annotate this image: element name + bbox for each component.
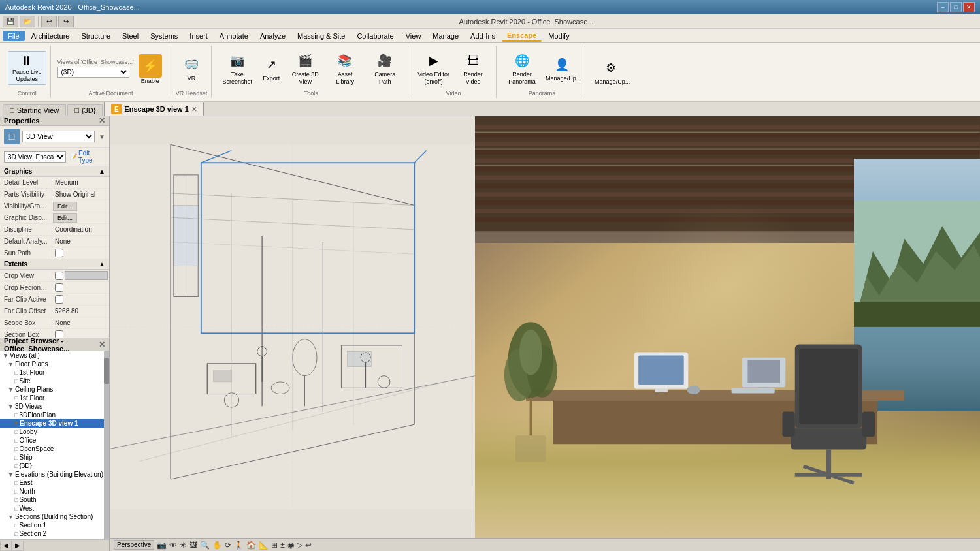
quick-undo-btn[interactable]: ↩ <box>41 16 57 27</box>
menu-annotate[interactable]: Annotate <box>214 31 253 41</box>
menu-collaborate[interactable]: Collaborate <box>351 31 399 41</box>
browser-sections[interactable]: ▼ Sections (Building Section) <box>0 512 104 521</box>
asset-library-button[interactable]: 📚 Asset Library <box>326 49 364 87</box>
restore-button[interactable]: □ <box>950 2 962 12</box>
browser-3d-views[interactable]: ▼ 3D Views <box>0 402 104 411</box>
perspective-label[interactable]: Perspective <box>114 540 154 550</box>
browser-scrollbar[interactable] <box>104 351 109 539</box>
manage-upload-button[interactable]: 👤 Manage/Up... <box>543 53 581 84</box>
far-clip-active-checkbox[interactable] <box>55 295 63 304</box>
enable-button[interactable]: ⚡ Enable <box>136 53 165 86</box>
browser-west[interactable]: □ West <box>0 504 104 512</box>
browser-3d-floorplan[interactable]: □ 3DFloorPlan <box>0 411 104 419</box>
extents-section-header[interactable]: Extents ▲ <box>0 259 109 270</box>
render-video-button[interactable]: 🎞 Render Video <box>454 49 492 87</box>
menu-structure[interactable]: Structure <box>76 31 116 41</box>
menu-manage[interactable]: Manage <box>427 31 464 41</box>
menu-systems[interactable]: Systems <box>145 31 183 41</box>
vp-section-icon[interactable]: ⊞ <box>271 541 278 550</box>
project-browser-close-btn[interactable]: ✕ <box>99 340 105 349</box>
browser-views-all[interactable]: ▼ Views (all) <box>0 351 104 360</box>
menu-massing[interactable]: Massing & Site <box>292 31 350 41</box>
browser-north[interactable]: □ North <box>0 487 104 496</box>
tab-3d[interactable]: □ {3D} <box>67 104 103 116</box>
vp-sun-icon[interactable]: ☀ <box>180 541 187 550</box>
browser-1st-floor-fp[interactable]: □ 1st Floor <box>0 368 104 377</box>
menu-insert[interactable]: Insert <box>184 31 213 41</box>
vp-pan-icon[interactable]: ✋ <box>212 541 222 550</box>
browser-prev-btn[interactable]: ◀ <box>0 541 12 551</box>
graphic-disp-edit-btn[interactable]: Edit... <box>53 213 77 223</box>
video-editor-label: Video Editor(on/off) <box>417 71 449 86</box>
crop-view-checkbox[interactable] <box>55 272 63 280</box>
menu-architecture[interactable]: Architecture <box>26 31 75 41</box>
browser-ceiling-plans[interactable]: ▼ Ceiling Plans <box>0 385 104 394</box>
browser-1st-floor-cp[interactable]: □ 1st Floor <box>0 394 104 402</box>
browser-east[interactable]: □ East <box>0 479 104 487</box>
browser-section1[interactable]: □ Section 1 <box>0 521 104 529</box>
close-button[interactable]: ✕ <box>963 2 975 12</box>
vp-rendering-icon[interactable]: 🖼 <box>189 541 197 550</box>
browser-south[interactable]: □ South <box>0 496 104 504</box>
browser-section2[interactable]: □ Section 2 <box>0 529 104 538</box>
viewport[interactable]: Perspective 📷 👁 ☀ 🖼 🔍 ✋ ⟳ 🚶 🏠 📐 ⊞ ± ◉ ▷ … <box>110 116 980 551</box>
browser-floor-plans[interactable]: ▼ Floor Plans <box>0 360 104 368</box>
browser-lobby[interactable]: □ Lobby <box>0 428 104 436</box>
properties-close-btn[interactable]: ✕ <box>99 116 105 125</box>
vp-levels-icon[interactable]: ± <box>280 541 285 550</box>
camera-path-button[interactable]: 🎥 Camera Path <box>366 49 404 87</box>
browser-openspace[interactable]: □ OpenSpace <box>0 445 104 453</box>
vp-zoom-icon[interactable]: 🔍 <box>200 541 210 550</box>
vp-back-icon[interactable]: ↩ <box>305 541 312 550</box>
vp-measure-icon[interactable]: 📐 <box>259 541 269 550</box>
edit-type-button[interactable]: Edit Type <box>78 150 105 164</box>
vp-play-icon[interactable]: ▷ <box>297 541 302 550</box>
3d-view-selector[interactable]: 3D View: Enscape 3D V <box>4 151 66 163</box>
vr-btn[interactable]: 🥽 VR <box>178 53 204 84</box>
menu-modify[interactable]: Modify <box>543 31 574 41</box>
create-3d-view-button[interactable]: 🎬 Create 3D View <box>286 49 324 87</box>
crop-region-checkbox[interactable] <box>55 283 63 292</box>
tab-enscape-3d-view[interactable]: E Enscape 3D view 1 ✕ <box>104 102 203 116</box>
view-dropdown[interactable]: (3D) <box>57 67 129 78</box>
vp-visibility-icon[interactable]: ◉ <box>287 541 294 550</box>
vp-camera-icon[interactable]: 📷 <box>157 541 167 550</box>
browser-site[interactable]: □ Site <box>0 377 104 385</box>
section-box-row: Section Box <box>0 329 109 338</box>
graphics-section-header[interactable]: Graphics ▲ <box>0 166 109 177</box>
browser-scroll-thumb[interactable] <box>104 358 109 384</box>
menu-view[interactable]: View <box>400 31 427 41</box>
vp-house-icon[interactable]: 🏠 <box>246 541 256 550</box>
visibility-edit-btn[interactable]: Edit... <box>53 202 77 211</box>
quick-redo-btn[interactable]: ↪ <box>58 16 74 27</box>
browser-elevations[interactable]: ▼ Elevations (Building Elevation) <box>0 470 104 479</box>
menu-addins[interactable]: Add-Ins <box>465 31 500 41</box>
take-screenshot-button[interactable]: 📷 Take Screenshot <box>218 49 256 87</box>
browser-enscape-3d-view[interactable]: E Enscape 3D view 1 <box>0 419 104 428</box>
manage-button[interactable]: ⚙ Manage/Up... <box>592 56 630 87</box>
browser-next-btn[interactable]: ▶ <box>12 541 24 551</box>
menu-analyze[interactable]: Analyze <box>255 31 291 41</box>
tab-close-icon[interactable]: ✕ <box>191 106 197 113</box>
menu-enscape[interactable]: Enscape <box>502 30 542 42</box>
vp-walk-icon[interactable]: 🚶 <box>234 541 244 550</box>
export-button[interactable]: ↗ Export <box>258 53 284 84</box>
minimize-button[interactable]: – <box>937 2 949 12</box>
tab-starting-view[interactable]: □ Starting View <box>3 104 66 116</box>
browser-office[interactable]: □ Office <box>0 436 104 445</box>
browser-ship[interactable]: □ Ship <box>0 453 104 462</box>
quick-save-btn[interactable]: 💾 <box>3 16 18 27</box>
browser-3d-default[interactable]: □ {3D} <box>0 462 104 470</box>
view-type-select[interactable]: 3D View <box>22 131 95 142</box>
sun-path-checkbox[interactable] <box>55 249 63 257</box>
quick-open-btn[interactable]: 📂 <box>20 16 35 27</box>
video-editor-button[interactable]: ▶ Video Editor(on/off) <box>415 49 452 87</box>
section-box-checkbox[interactable] <box>55 330 63 338</box>
vp-view-icon[interactable]: 👁 <box>169 541 177 550</box>
render-panorama-button[interactable]: 🌐 Render Panorama <box>503 49 541 87</box>
vp-orbit-icon[interactable]: ⟳ <box>225 541 231 550</box>
menu-file[interactable]: File <box>3 31 25 41</box>
menu-steel[interactable]: Steel <box>117 31 144 41</box>
window-controls[interactable]: – □ ✕ <box>937 2 975 12</box>
pause-live-updates-button[interactable]: ⏸ Pause LiveUpdates <box>8 51 46 86</box>
